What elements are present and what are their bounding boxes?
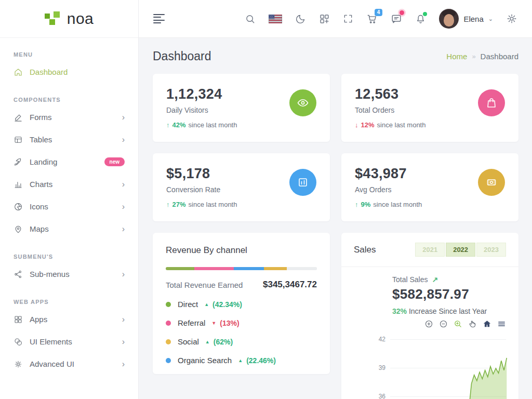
- stat-card-avg-orders: $43,987 Avg Orders ↑9%since last month: [341, 153, 518, 221]
- sidebar-item-forms[interactable]: Forms ›: [0, 106, 138, 128]
- table-icon: [14, 135, 23, 144]
- menu-toggle-button[interactable]: [153, 12, 165, 25]
- sidebar-item-maps[interactable]: Maps ›: [0, 218, 138, 240]
- sidebar-item-apps[interactable]: Apps ›: [0, 308, 138, 330]
- sidebar-item-charts[interactable]: Charts ›: [0, 173, 138, 195]
- total-revenue-value: $345,3467.72: [263, 280, 317, 290]
- message-notification-dot: [400, 10, 404, 15]
- increase-percent: 32%: [392, 307, 407, 315]
- cart-button[interactable]: 4: [366, 13, 378, 24]
- shopping-bag-icon: [478, 89, 505, 116]
- stat-label: Total Orders: [355, 106, 425, 114]
- sales-card-title: Sales: [354, 245, 376, 255]
- revenue-progress: [166, 267, 317, 270]
- sidebar-item-label: Maps: [30, 224, 49, 233]
- trend-text: since last month: [189, 201, 237, 208]
- breadcrumb: Home » Dashboard: [446, 52, 518, 61]
- fullscreen-icon: [343, 14, 353, 24]
- triangle-up-icon: ▲: [204, 302, 209, 307]
- total-revenue-label: Total Revenue Earned: [166, 281, 243, 289]
- new-badge: new: [104, 157, 125, 166]
- sidebar-item-landing[interactable]: Landing new: [0, 151, 138, 173]
- sidebar-item-dashboard[interactable]: Dashboard: [0, 61, 138, 83]
- aperture-icon: [14, 202, 23, 211]
- search-icon: [245, 14, 256, 24]
- breadcrumb-home-link[interactable]: Home: [446, 52, 467, 61]
- money-icon: [478, 169, 505, 196]
- chevron-right-icon: ›: [122, 180, 125, 189]
- stat-card-daily-visitors: 1,12,324 Daily Visitors ↑42%since last m…: [153, 74, 330, 142]
- gear-flower-icon: [14, 360, 23, 369]
- zoom-in-button[interactable]: [424, 320, 433, 328]
- year-button-2021[interactable]: 2021: [415, 243, 445, 257]
- trend-percent: 42%: [172, 121, 186, 129]
- stat-card-total-orders: 12,563 Total Orders ↓12%since last month: [341, 74, 518, 142]
- trend-up-arrow: ↑: [355, 201, 358, 208]
- channel-dot: [166, 358, 171, 363]
- breadcrumb-current: Dashboard: [481, 52, 518, 61]
- arrow-up-right-icon: ↗: [432, 275, 438, 284]
- brand-logo[interactable]: noa: [0, 0, 138, 38]
- chevron-right-icon: ›: [122, 203, 125, 211]
- home-reset-button[interactable]: [483, 320, 491, 328]
- chevron-right-icon: ›: [122, 225, 125, 233]
- gear-icon: [506, 13, 517, 24]
- channel-row-organic-search: Organic Search ▲ (22.46%): [166, 356, 317, 365]
- home-icon: [14, 68, 23, 77]
- year-button-2022[interactable]: 2022: [446, 243, 475, 257]
- language-button[interactable]: [269, 15, 282, 23]
- sidebar: noa MENU Dashboard COMPONENTS Forms › Ta…: [0, 0, 139, 399]
- map-pin-icon: [14, 224, 23, 234]
- stat-card-conversion-rate: $5,178 Conversion Rate ↑27%since last mo…: [153, 153, 330, 221]
- sidebar-item-label: Sub-menus: [30, 270, 70, 278]
- sidebar-item-label: UI Elements: [30, 337, 72, 346]
- noa-logo-icon: [45, 10, 62, 27]
- notifications-button[interactable]: [415, 14, 426, 24]
- sidebar-item-icons[interactable]: Icons ›: [0, 195, 138, 218]
- zoom-out-button[interactable]: [439, 320, 448, 328]
- chart-menu-button[interactable]: [497, 320, 506, 328]
- channel-dot: [166, 302, 171, 307]
- selection-zoom-button[interactable]: [454, 320, 462, 328]
- y-tick-label: 42: [373, 336, 390, 343]
- widgets-button[interactable]: [319, 14, 330, 24]
- stat-value: 12,563: [355, 86, 425, 102]
- channel-label: Direct: [178, 300, 198, 309]
- y-tick-label: 39: [373, 364, 390, 371]
- sales-chart[interactable]: 423936: [373, 334, 506, 399]
- year-button-2023[interactable]: 2023: [476, 243, 506, 257]
- y-tick-label: 36: [373, 393, 390, 399]
- pan-button[interactable]: [468, 320, 477, 328]
- chevron-right-icon: ›: [122, 270, 125, 278]
- year-toggle: 2021 2022 2023: [415, 243, 506, 257]
- user-menu[interactable]: Elena ⌄: [439, 9, 493, 29]
- page-title: Dashboard: [153, 49, 211, 63]
- sidebar-item-ui-elements[interactable]: UI Elements ›: [0, 330, 138, 353]
- trend-percent: 9%: [361, 201, 371, 208]
- grid-icon: [14, 315, 23, 324]
- search-button[interactable]: [245, 14, 256, 24]
- notification-dot: [423, 12, 427, 16]
- dark-mode-button[interactable]: [295, 14, 306, 24]
- fullscreen-button[interactable]: [343, 14, 353, 24]
- chevron-right-icon: ›: [122, 113, 125, 122]
- channel-label: Organic Search: [178, 356, 232, 365]
- chart-column-icon: [289, 169, 316, 196]
- channel-value: (42.34%): [212, 300, 242, 309]
- sidebar-item-label: Charts: [30, 180, 52, 189]
- rocket-icon: [14, 157, 23, 167]
- triangle-up-icon: ▲: [205, 339, 210, 344]
- sidebar-item-sub-menus[interactable]: Sub-menus ›: [0, 263, 138, 285]
- sidebar-section-submenus: SUBMENU'S: [0, 254, 138, 260]
- chevron-right-icon: ›: [122, 338, 125, 346]
- circles-icon: [14, 337, 23, 347]
- sidebar-item-tables[interactable]: Tables ›: [0, 128, 138, 151]
- messages-button[interactable]: [391, 13, 402, 24]
- trend-text: since last month: [377, 121, 426, 129]
- sidebar-item-advanced-ui[interactable]: Advanced UI ›: [0, 353, 138, 375]
- moon-icon: [295, 14, 306, 24]
- settings-button[interactable]: [506, 13, 517, 24]
- trend-up-arrow: ↑: [166, 121, 170, 129]
- trend-text: since last month: [189, 121, 237, 129]
- stat-label: Daily Visitors: [166, 106, 237, 114]
